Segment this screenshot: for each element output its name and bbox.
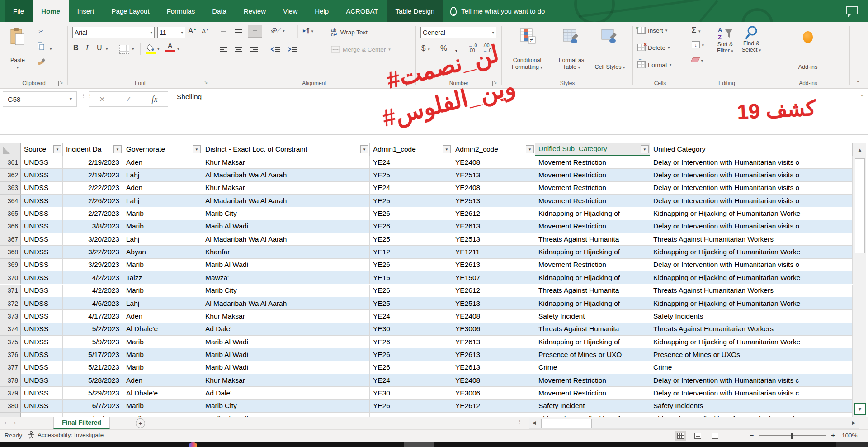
font-color-dropdown[interactable]: ▾ xyxy=(177,47,179,51)
cell[interactable]: 3/29/2023 xyxy=(63,259,123,271)
cell[interactable]: 5/28/2023 xyxy=(63,374,123,387)
insert-function-icon[interactable]: fx xyxy=(152,95,158,104)
tab-page-layout[interactable]: Page Layout xyxy=(103,0,158,22)
cell[interactable]: UNDSS xyxy=(21,374,63,387)
cell[interactable]: UNDSS xyxy=(21,220,63,233)
cell[interactable]: UNDSS xyxy=(21,271,63,284)
row-number[interactable]: 371 xyxy=(0,285,21,297)
row-number[interactable]: 361 xyxy=(0,156,21,169)
sheet-nav-arrows[interactable]: ‹› xyxy=(5,419,23,426)
cell[interactable]: Marib xyxy=(123,400,202,413)
filter-dropdown-icon[interactable]: ▼ xyxy=(526,145,534,153)
tell-me-box[interactable]: Tell me what you want to do xyxy=(443,0,552,22)
sheet-tab-final-filtered[interactable]: Final Filtered xyxy=(53,417,110,429)
column-header-admin1-code[interactable]: Admin1_code▼ xyxy=(370,143,452,156)
cell[interactable]: Delay or Intervention with Humanitarian … xyxy=(650,195,853,207)
cell[interactable]: Marib xyxy=(123,259,202,271)
cell[interactable]: Kidnapping or Hijacking of xyxy=(535,246,650,258)
cell[interactable]: UNDSS xyxy=(21,387,63,399)
addins-button[interactable]: Add-ins xyxy=(792,25,824,74)
cell[interactable]: Delay or Intervention with Humanitarian … xyxy=(650,387,853,399)
cell[interactable]: Marib xyxy=(123,361,202,374)
name-box[interactable]: G58 ▼ xyxy=(3,91,77,107)
cell[interactable]: 4/17/2023 xyxy=(63,310,123,323)
cell[interactable]: YE12 xyxy=(370,246,452,258)
underline-dropdown[interactable]: ▾ xyxy=(106,47,108,51)
cell[interactable]: 3/20/2023 xyxy=(63,233,123,246)
cell[interactable]: Safety Incidents xyxy=(650,400,853,413)
cell[interactable]: Safety Incident xyxy=(535,310,650,323)
cell[interactable]: YE2513 xyxy=(452,297,535,310)
cell[interactable]: YE2613 xyxy=(452,413,535,417)
cell[interactable]: Marib xyxy=(123,336,202,348)
cancel-entry-icon[interactable]: ✕ xyxy=(99,95,105,104)
cell[interactable]: UNDSS xyxy=(21,297,63,310)
cell[interactable]: Marib xyxy=(123,220,202,233)
column-header-unified-category[interactable]: Unified Category xyxy=(650,143,853,156)
cell[interactable]: Movement Restriction xyxy=(535,259,650,271)
paste-button[interactable]: Paste▾ xyxy=(3,25,33,74)
cell[interactable]: YE30 xyxy=(370,323,452,336)
cell[interactable]: Kidnapping or Hijacking of Humanitarian … xyxy=(650,246,853,258)
cell[interactable]: YE26 xyxy=(370,207,452,220)
cell[interactable]: YE26 xyxy=(370,348,452,361)
format-cells-button[interactable]: ↔ Format▾ xyxy=(637,61,671,68)
scroll-up-icon[interactable]: ▲ xyxy=(854,144,866,156)
row-number[interactable]: 363 xyxy=(0,182,21,195)
row-number[interactable]: 375 xyxy=(0,336,21,348)
merge-center-button[interactable]: Merge & Center▾ xyxy=(331,46,391,53)
scroll-right-icon[interactable]: ▶ xyxy=(852,420,856,426)
horizontal-scroll-thumb[interactable] xyxy=(541,419,592,428)
column-header-source[interactable]: Source▼ xyxy=(21,143,63,156)
fill-button[interactable]: ↓ ▾ xyxy=(692,40,704,48)
cell[interactable]: Delay or Intervention with Humanitarian … xyxy=(650,182,853,195)
cell[interactable]: Movement Restriction xyxy=(535,182,650,195)
cell[interactable]: YE2408 xyxy=(452,310,535,323)
cell[interactable]: 5/29/2023 xyxy=(63,387,123,399)
vertical-scroll-thumb[interactable] xyxy=(855,158,865,253)
cell[interactable]: 3/8/2023 xyxy=(63,220,123,233)
wrap-text-button[interactable]: abc↵ Wrap Text xyxy=(331,28,368,37)
decrease-font-button[interactable]: A▼ xyxy=(202,28,209,35)
conditional-formatting-button[interactable]: ≠ Conditional Formatting ▾ xyxy=(504,25,551,74)
row-number[interactable]: 381 xyxy=(0,413,21,417)
row-number[interactable]: 374 xyxy=(0,323,21,336)
cell[interactable]: UNDSS xyxy=(21,246,63,258)
cell[interactable]: YE26 xyxy=(370,400,452,413)
cell[interactable]: Aden xyxy=(123,182,202,195)
row-number[interactable]: 370 xyxy=(0,271,21,284)
row-number[interactable]: 377 xyxy=(0,361,21,374)
cell[interactable]: YE24 xyxy=(370,374,452,387)
borders-button[interactable] xyxy=(119,45,129,54)
cell[interactable]: Marib Al Wadi xyxy=(202,413,370,417)
filter-dropdown-icon[interactable]: ▼ xyxy=(193,145,201,153)
cell[interactable]: UNDSS xyxy=(21,156,63,169)
top-align-button[interactable] xyxy=(219,28,228,35)
cell[interactable]: YE1507 xyxy=(452,271,535,284)
cell[interactable]: YE24 xyxy=(370,182,452,195)
cell[interactable]: UNDSS xyxy=(21,413,63,417)
column-header-admin2-code[interactable]: Admin2_code▼ xyxy=(452,143,535,156)
increase-font-button[interactable]: A▲ xyxy=(188,27,197,36)
tab-home[interactable]: Home xyxy=(33,0,69,22)
cell[interactable]: Movement Restriction xyxy=(535,195,650,207)
cell[interactable]: Al Dhale'e xyxy=(123,323,202,336)
cell[interactable]: Ad Dale' xyxy=(202,387,370,399)
cell[interactable]: YE25 xyxy=(370,169,452,181)
cell[interactable]: Marib Al Wadi xyxy=(202,259,370,271)
page-break-view-button[interactable] xyxy=(709,431,721,441)
cell[interactable]: 5/17/2023 xyxy=(63,348,123,361)
scroll-down-icon[interactable]: ▼ xyxy=(854,403,866,415)
align-right-button[interactable] xyxy=(250,46,259,53)
formula-bar-splitter[interactable]: ⋮⋮ xyxy=(80,94,83,97)
cell[interactable]: Al Dhale'e xyxy=(123,387,202,399)
column-header-governorate[interactable]: Governorate▼ xyxy=(123,143,202,156)
increase-indent-button[interactable] xyxy=(288,46,298,53)
insert-cells-button[interactable]: ⇤ Insert▾ xyxy=(637,27,667,34)
cell[interactable]: YE26 xyxy=(370,361,452,374)
row-number[interactable]: 373 xyxy=(0,310,21,323)
cell[interactable]: Al Madaribah Wa Al Aarah xyxy=(202,297,370,310)
cell[interactable]: Kidnapping or Hijacking of xyxy=(535,271,650,284)
cell[interactable]: UNDSS xyxy=(21,361,63,374)
tab-insert[interactable]: Insert xyxy=(69,0,103,22)
